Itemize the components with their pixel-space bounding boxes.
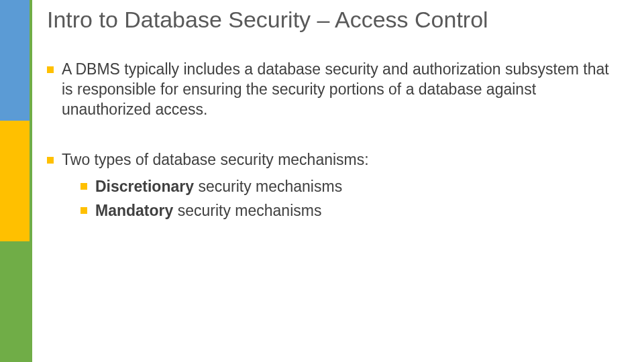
sub-bullet-rest: security mechanisms bbox=[173, 202, 321, 219]
bullet-list: A DBMS typically includes a database sec… bbox=[47, 60, 624, 221]
sub-bullet-bold: Mandatory bbox=[95, 202, 173, 219]
bullet-text: Two types of database security mechanism… bbox=[62, 151, 369, 168]
bullet-item: Two types of database security mechanism… bbox=[47, 150, 624, 221]
sidebar-block-blue bbox=[0, 0, 30, 121]
slide-title: Intro to Database Security – Access Cont… bbox=[47, 7, 624, 33]
sidebar-block-yellow bbox=[0, 121, 30, 241]
sub-bullet-list: Discretionary security mechanisms Mandat… bbox=[80, 176, 624, 221]
bullet-text: A DBMS typically includes a database sec… bbox=[62, 60, 609, 118]
sidebar bbox=[0, 0, 30, 362]
sub-bullet-item: Mandatory security mechanisms bbox=[80, 200, 624, 221]
sub-bullet-bold: Discretionary bbox=[95, 178, 194, 195]
bullet-item: A DBMS typically includes a database sec… bbox=[47, 60, 624, 120]
sidebar-block-green bbox=[0, 241, 30, 362]
sidebar-vertical-line bbox=[30, 0, 32, 362]
slide-content: Intro to Database Security – Access Cont… bbox=[47, 7, 624, 251]
sub-bullet-item: Discretionary security mechanisms bbox=[80, 176, 624, 197]
sub-bullet-rest: security mechanisms bbox=[194, 178, 342, 195]
